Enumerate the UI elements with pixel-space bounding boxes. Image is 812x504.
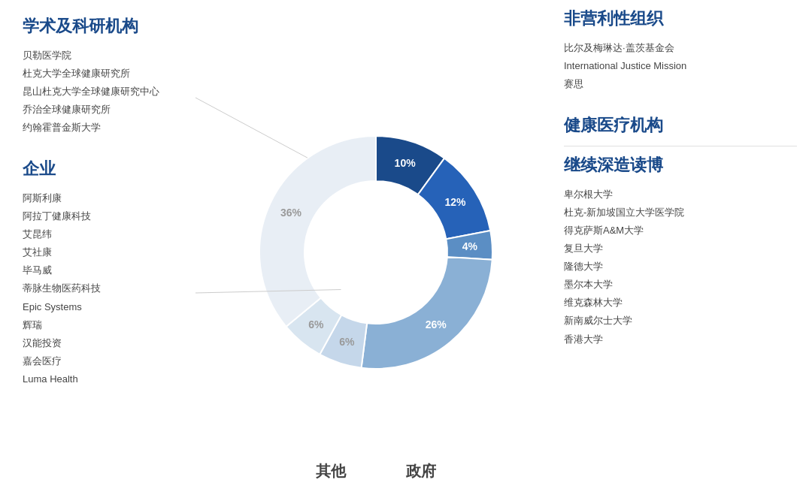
center-column: 10%12%4%26%6%6%36% 其他 政府 — [211, 0, 541, 504]
enterprise-list-item: 汉能投资 — [23, 334, 195, 352]
phd-list-item: 得克萨斯A&M大学 — [564, 222, 797, 240]
enterprise-list: 阿斯利康阿拉丁健康科技艾昆纬艾社康毕马威蒂脉生物医药科技Epic Systems… — [23, 189, 195, 388]
enterprise-list-item: 阿斯利康 — [23, 189, 195, 207]
healthcare-title: 健康医疗机构 — [564, 114, 797, 137]
academic-list: 贝勒医学院杜克大学全球健康研究所昆山杜克大学全球健康研究中心乔治全球健康研究所约… — [23, 47, 195, 137]
phd-list-item: 新南威尔士大学 — [564, 312, 797, 330]
academic-list-item: 约翰霍普金斯大学 — [23, 119, 195, 137]
enterprise-list-item: 蒂脉生物医药科技 — [23, 279, 195, 297]
phd-list: 卑尔根大学杜克-新加坡国立大学医学院得克萨斯A&M大学复旦大学隆德大学墨尔本大学… — [564, 186, 797, 348]
segment-label-2: 4% — [462, 240, 478, 252]
left-column: 学术及科研机构 贝勒医学院杜克大学全球健康研究所昆山杜克大学全球健康研究中心乔治… — [0, 0, 211, 504]
phd-list-item: 杜克-新加坡国立大学医学院 — [564, 204, 797, 222]
nonprofit-list-item: 赛思 — [564, 75, 797, 93]
segment-label-0: 10% — [395, 157, 417, 169]
phd-list-item: 墨尔本大学 — [564, 276, 797, 294]
enterprise-title: 企业 — [23, 158, 195, 180]
segment-label-1: 12% — [445, 196, 467, 208]
nonprofit-title: 非营利性组织 — [564, 8, 797, 30]
enterprise-list-item: 毕马威 — [23, 261, 195, 279]
label-qita: 其他 — [316, 461, 346, 481]
nonprofit-list: 比尔及梅琳达·盖茨基金会International Justice Missio… — [564, 39, 797, 93]
right-column: 非营利性组织 比尔及梅琳达·盖茨基金会International Justice… — [541, 0, 812, 504]
academic-title: 学术及科研机构 — [23, 15, 195, 38]
donut-svg: 10%12%4%26%6%6%36% — [248, 125, 504, 380]
enterprise-list-item: 阿拉丁健康科技 — [23, 207, 195, 225]
enterprise-list-item: 艾昆纬 — [23, 225, 195, 243]
donut-chart: 10%12%4%26%6%6%36% — [248, 125, 504, 380]
phd-list-item: 卑尔根大学 — [564, 186, 797, 204]
phd-list-item: 隆德大学 — [564, 258, 797, 276]
nonprofit-list-item: International Justice Mission — [564, 57, 797, 75]
segment-label-6: 36% — [280, 206, 302, 218]
enterprise-list-item: 辉瑞 — [23, 316, 195, 334]
enterprise-list-item: 艾社康 — [23, 243, 195, 261]
segment-label-5: 6% — [308, 318, 324, 330]
segment-label-3: 26% — [426, 318, 447, 330]
phd-list-item: 维克森林大学 — [564, 294, 797, 312]
enterprise-list-item: 嘉会医疗 — [23, 352, 195, 370]
phd-list-item: 复旦大学 — [564, 240, 797, 258]
label-zhengfu: 政府 — [406, 461, 436, 481]
academic-list-item: 昆山杜克大学全球健康研究中心 — [23, 83, 195, 101]
academic-list-item: 贝勒医学院 — [23, 47, 195, 65]
academic-list-item: 杜克大学全球健康研究所 — [23, 65, 195, 83]
enterprise-list-item: Epic Systems — [23, 298, 195, 316]
page: 学术及科研机构 贝勒医学院杜克大学全球健康研究所昆山杜克大学全球健康研究中心乔治… — [0, 0, 812, 504]
nonprofit-list-item: 比尔及梅琳达·盖茨基金会 — [564, 39, 797, 57]
phd-title: 继续深造读博 — [564, 154, 797, 177]
donut-segment-6 — [259, 136, 376, 327]
enterprise-list-item: Luma Health — [23, 370, 195, 388]
academic-list-item: 乔治全球健康研究所 — [23, 101, 195, 119]
phd-list-item: 香港大学 — [564, 330, 797, 349]
donut-segment-3 — [362, 256, 492, 368]
segment-label-4: 6% — [339, 335, 355, 347]
